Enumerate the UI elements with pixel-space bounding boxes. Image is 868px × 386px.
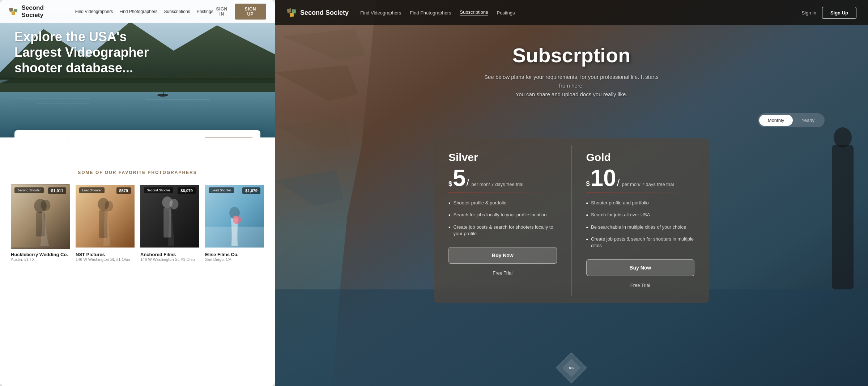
- left-nav-links: Find Videographers Find Photographers Su…: [75, 9, 213, 14]
- silver-price-row: $ 5 / per mon/ 7 days free trial: [448, 166, 557, 190]
- photo-card-location-1: Austin, #1 TX: [11, 257, 70, 262]
- location-label: Location: [22, 137, 61, 137]
- svg-point-24: [170, 199, 179, 209]
- photo-card-2[interactable]: Lead Shooter $579 NST Pictures 146 W Was…: [76, 184, 135, 263]
- silver-slash: /: [467, 177, 469, 188]
- diamond-inner: SS: [562, 359, 581, 377]
- silver-features: Shooter profile & portfolio Search for j…: [448, 200, 557, 237]
- right-logo[interactable]: Second Society: [286, 7, 349, 18]
- svg-point-11: [157, 94, 168, 97]
- svg-rect-10: [145, 99, 210, 100]
- gold-buy-button[interactable]: Buy Now: [586, 259, 695, 276]
- search-box: Location Search by City & Zipcode Shoote…: [14, 130, 260, 137]
- signup-button[interactable]: SIGN UP: [235, 4, 266, 20]
- silver-plan-name: Silver: [448, 151, 557, 164]
- hero-title: Explore the USA's Largest Videographer s…: [14, 29, 152, 76]
- right-panel: Second Society Find Videographers Find P…: [275, 0, 868, 386]
- right-nav-postings[interactable]: Postings: [497, 10, 515, 16]
- nav-find-videographers[interactable]: Find Videographers: [75, 9, 113, 14]
- plans-container: Silver $ 5 / per mon/ 7 days free trial …: [434, 138, 709, 303]
- bottom-decoration: SS: [561, 357, 582, 379]
- photo-card-info-3: Anchored Films 146 W Washington St, #1 O…: [140, 249, 199, 263]
- photo-card-name-2: NST Pictures: [76, 252, 135, 257]
- svg-rect-8: [18, 98, 90, 98]
- photo-badge-2: Lead Shooter: [79, 187, 105, 193]
- silver-feature-1: Shooter profile & portfolio: [448, 200, 557, 207]
- signin-button[interactable]: SIGN IN: [213, 7, 230, 17]
- photo-card-image-3: Second Shooter $6,079: [140, 184, 199, 249]
- silver-price-amount: 5: [453, 166, 466, 190]
- photo-card-info-4: Elise Films Co. San Diego, CA: [205, 249, 264, 263]
- gold-plan: Gold $ 10 / per mon/ 7 days free trial S…: [572, 138, 709, 303]
- photo-badge-3: Second Shooter: [144, 187, 173, 193]
- photographers-section: SOME OF OUR FAVORITE PHOTOGRAPHERS: [0, 137, 275, 274]
- photo-price-3: $6,079: [178, 187, 196, 194]
- photo-card-image-4: Lead Shooter $1,079: [205, 184, 264, 249]
- silver-dollar-sign: $: [448, 181, 452, 187]
- gold-feature-3: Be searchable in multiple cities of your…: [586, 224, 695, 232]
- silver-feature-2: Search for jobs locally to your profile …: [448, 212, 557, 219]
- svg-rect-6: [0, 78, 275, 83]
- silver-buy-button[interactable]: Buy Now: [448, 247, 557, 264]
- right-logo-icon: [286, 7, 297, 18]
- photo-card-location-4: San Diego, CA: [205, 257, 264, 262]
- right-nav-auth: Sign In Sign Up: [801, 7, 856, 19]
- right-signin-button[interactable]: Sign In: [801, 10, 816, 16]
- diamond-text: SS: [569, 366, 574, 370]
- left-navbar: Second Society Find Videographers Find P…: [0, 0, 275, 23]
- gold-price-amount: 10: [591, 166, 616, 190]
- photo-badge-1: Second Shooter: [14, 187, 44, 193]
- photo-card-3[interactable]: Second Shooter $6,079 Anchored Films 146…: [140, 184, 199, 263]
- gold-plan-name: Gold: [586, 151, 695, 164]
- gold-trial-button[interactable]: Free Trial: [586, 280, 695, 290]
- photo-card-info-1: Huckleberry Wedding Co. Austin, #1 TX: [11, 249, 70, 263]
- nav-subscriptions[interactable]: Subscriptions: [164, 9, 190, 14]
- nav-postings[interactable]: Postings: [197, 9, 213, 14]
- svg-rect-12: [163, 92, 164, 96]
- photo-card-1[interactable]: Second Shooter $1,011 Huckleberry Weddin…: [11, 184, 70, 263]
- section-title: SOME OF OUR FAVORITE PHOTOGRAPHERS: [11, 170, 264, 175]
- silver-trial-button[interactable]: Free Trial: [448, 268, 557, 278]
- silver-plan: Silver $ 5 / per mon/ 7 days free trial …: [434, 138, 571, 303]
- hero-text: Explore the USA's Largest Videographer s…: [14, 29, 152, 76]
- subscription-content: Subscrption See below plans for your req…: [275, 25, 868, 386]
- photo-card-location-3: 146 W Washington St, #1 Ohio: [140, 257, 199, 262]
- photo-card-location-2: 146 W Washington St, #1 Ohio: [76, 257, 135, 262]
- right-nav-subscriptions[interactable]: Subscriptions: [460, 9, 488, 16]
- gold-feature-2: Search for jobs all over USA: [586, 212, 695, 219]
- photo-card-name-4: Elise Films Co.: [205, 252, 264, 257]
- photo-price-4: $1,079: [242, 187, 260, 194]
- right-nav-find-photographers[interactable]: Find Photographers: [410, 10, 451, 16]
- photo-card-image-1: Second Shooter $1,011: [11, 184, 70, 249]
- yearly-toggle-button[interactable]: Yearly: [793, 115, 823, 126]
- gold-slash: /: [617, 177, 620, 188]
- svg-rect-2: [11, 12, 15, 16]
- silver-feature-3: Create job posts & search for shooters l…: [448, 224, 557, 237]
- subscription-title: Subscrption: [512, 43, 631, 67]
- left-panel: Second Society Find Videographers Find P…: [0, 0, 275, 386]
- right-signup-button[interactable]: Sign Up: [822, 7, 856, 19]
- right-nav-find-videographers[interactable]: Find Videographers: [360, 10, 401, 16]
- silver-divider: [448, 192, 557, 192]
- svg-rect-34: [287, 8, 292, 13]
- left-nav-auth: SIGN IN SIGN UP: [213, 4, 266, 20]
- subscription-subtitle: See below plans for your requirements, f…: [481, 73, 662, 99]
- photo-card-info-2: NST Pictures 146 W Washington St, #1 Ohi…: [76, 249, 135, 263]
- svg-rect-0: [9, 8, 13, 12]
- left-logo[interactable]: Second Society: [9, 4, 67, 19]
- gold-divider: [586, 192, 695, 192]
- gold-features: Shooter profile and portfolio Search for…: [586, 200, 695, 249]
- billing-toggle: Monthly Yearly: [758, 113, 825, 127]
- photo-badge-4: Lead Shooter: [209, 187, 234, 193]
- svg-point-20: [105, 201, 113, 211]
- nav-find-photographers[interactable]: Find Photographers: [119, 9, 157, 14]
- silver-price-period: per mon/ 7 days free trial: [471, 182, 523, 187]
- gold-feature-1: Shooter profile and portfolio: [586, 200, 695, 207]
- logo-icon: [9, 7, 18, 17]
- photo-card-image-2: Lead Shooter $579: [76, 184, 135, 249]
- photo-card-4[interactable]: Lead Shooter $1,079 Elise Films Co. San …: [205, 184, 264, 263]
- monthly-toggle-button[interactable]: Monthly: [759, 115, 793, 126]
- diamond-shape: SS: [556, 353, 587, 383]
- gold-feature-4: Create job posts & search for shooters i…: [586, 236, 695, 249]
- search-now-button[interactable]: Search Now: [204, 137, 253, 137]
